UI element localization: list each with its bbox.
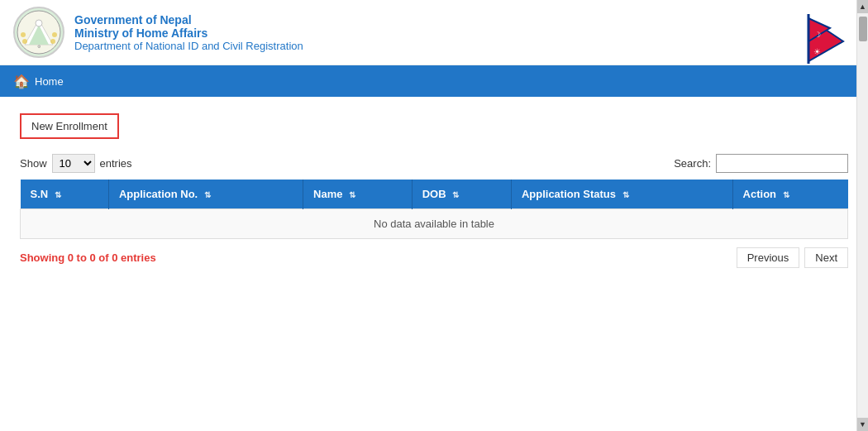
table-empty-row: No data available in table xyxy=(21,209,848,239)
pagination-area: Showing 0 to 0 of 0 entries Previous Nex… xyxy=(20,247,848,268)
header-text: Government of Nepal Ministry of Home Aff… xyxy=(74,13,303,52)
entries-info: Showing 0 to 0 of 0 entries xyxy=(20,251,156,264)
col-action-sort: ⇅ xyxy=(783,190,789,199)
svg-point-7 xyxy=(50,39,55,44)
show-label: Show xyxy=(20,157,47,170)
table-controls: Show 10 25 50 100 entries Search: xyxy=(20,154,848,173)
col-dob[interactable]: DOB ⇅ xyxy=(412,180,511,209)
previous-button[interactable]: Previous xyxy=(737,247,800,268)
col-sn-sort: ⇅ xyxy=(55,190,61,199)
flag-svg: ☽ ☀ xyxy=(805,10,851,64)
svg-point-6 xyxy=(22,39,27,44)
svg-text:☀: ☀ xyxy=(813,47,821,56)
col-dob-sort: ⇅ xyxy=(452,190,459,199)
search-label: Search: xyxy=(674,157,711,170)
logo-svg: ⚙ xyxy=(17,10,61,55)
navbar-home[interactable]: 🏠 Home xyxy=(0,65,77,97)
gov-line2: Ministry of Home Affairs xyxy=(74,26,303,40)
nepal-flag: ☽ ☀ xyxy=(805,10,855,55)
scrollbar-thumb[interactable] xyxy=(859,17,867,41)
col-app-no[interactable]: Application No. ⇅ xyxy=(108,180,303,209)
svg-point-4 xyxy=(21,32,26,37)
col-app-no-label: Application No. xyxy=(119,188,198,200)
table-body: No data available in table xyxy=(21,209,848,239)
col-name-label: Name xyxy=(313,188,342,200)
search-box: Search: xyxy=(674,154,848,173)
col-sn[interactable]: S.N ⇅ xyxy=(21,180,109,209)
data-table: S.N ⇅ Application No. ⇅ Name ⇅ DOB ⇅ App… xyxy=(20,180,848,239)
svg-point-3 xyxy=(36,20,42,26)
home-icon: 🏠 xyxy=(13,74,30,89)
new-enrollment-button[interactable]: New Enrollment xyxy=(20,113,119,139)
col-app-status[interactable]: Application Status ⇅ xyxy=(511,180,732,209)
table-header: S.N ⇅ Application No. ⇅ Name ⇅ DOB ⇅ App… xyxy=(21,180,848,209)
svg-point-5 xyxy=(52,32,57,37)
entries-select[interactable]: 10 25 50 100 xyxy=(52,154,95,173)
col-name-sort: ⇅ xyxy=(349,190,355,199)
navbar-home-label: Home xyxy=(35,75,64,88)
next-button[interactable]: Next xyxy=(804,247,848,268)
scrollbar[interactable]: ▲ ▼ xyxy=(856,0,868,431)
pagination-buttons: Previous Next xyxy=(737,247,848,268)
scrollbar-up-arrow[interactable]: ▲ xyxy=(857,0,868,13)
table-empty-message: No data available in table xyxy=(21,209,848,239)
page-header: ⚙ Government of Nepal Ministry of Home A… xyxy=(0,0,868,65)
main-content: New Enrollment Show 10 25 50 100 entries… xyxy=(0,97,868,285)
gov-line3: Department of National ID and Civil Regi… xyxy=(74,40,303,52)
show-entries-control: Show 10 25 50 100 entries xyxy=(20,154,132,173)
search-input[interactable] xyxy=(716,154,848,173)
svg-text:☽: ☽ xyxy=(814,31,821,39)
logo-emblem: ⚙ xyxy=(13,7,64,58)
col-action-label: Action xyxy=(743,188,776,200)
gov-line1: Government of Nepal xyxy=(74,13,303,26)
col-app-no-sort: ⇅ xyxy=(204,190,211,199)
scrollbar-down-arrow[interactable]: ▼ xyxy=(857,418,868,431)
navbar: 🏠 Home xyxy=(0,65,868,97)
col-app-status-label: Application Status xyxy=(522,188,616,200)
col-sn-label: S.N xyxy=(31,188,49,200)
col-app-status-sort: ⇅ xyxy=(622,190,629,199)
header-left: ⚙ Government of Nepal Ministry of Home A… xyxy=(13,7,303,58)
header-row: S.N ⇅ Application No. ⇅ Name ⇅ DOB ⇅ App… xyxy=(21,180,848,209)
entries-label: entries xyxy=(100,157,132,170)
col-action[interactable]: Action ⇅ xyxy=(732,180,847,209)
col-name[interactable]: Name ⇅ xyxy=(303,180,413,209)
col-dob-label: DOB xyxy=(422,188,446,200)
